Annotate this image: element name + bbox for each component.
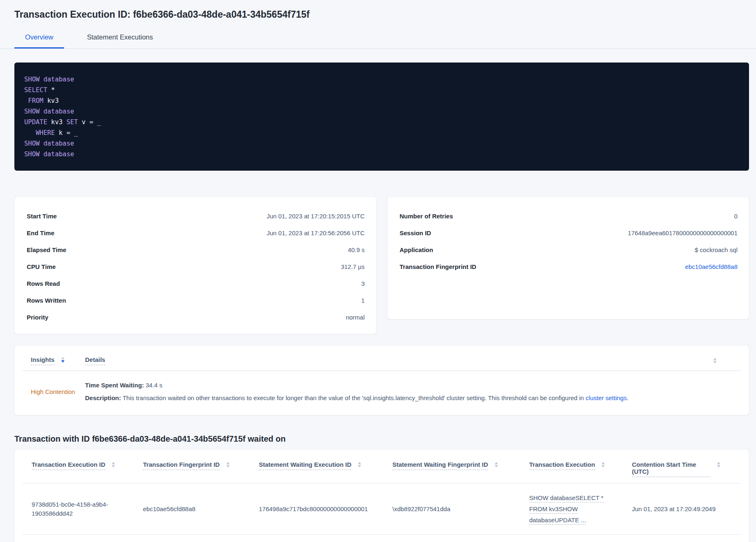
sql-line: SHOW database <box>24 149 739 160</box>
insights-table-header: Insights Details <box>14 345 749 371</box>
insights-card: Insights Details High Contention Time Sp… <box>14 345 749 415</box>
kv-value: 312.7 µs <box>341 263 365 270</box>
sort-icon[interactable] <box>717 461 720 468</box>
transaction-execution-snippet[interactable]: databaseUPDATE ... <box>529 516 620 525</box>
kv-row-rows-written: Rows Written 1 <box>27 292 365 309</box>
column-header-contention-start-time: Contention Start Time (UTC) <box>632 461 732 477</box>
kv-row-cpu-time: CPU Time 312.7 µs <box>27 258 365 275</box>
tab-bar: Overview Statement Executions <box>0 33 756 49</box>
insight-details: Time Spent Waiting: 34.4 s Description: … <box>85 381 733 403</box>
kv-value: 3 <box>361 280 364 287</box>
sql-statements-box: SHOW database SELECT * FROM kv3 SHOW dat… <box>14 63 749 171</box>
kv-label: Elapsed Time <box>27 246 66 253</box>
sort-icon[interactable] <box>226 461 230 468</box>
kv-label: End Time <box>27 229 54 236</box>
sort-icon[interactable] <box>112 461 115 468</box>
kv-value: normal <box>346 314 365 321</box>
cell-contention-start-time: Jun 01, 2023 at 17:20:49:2049 <box>632 505 732 514</box>
kv-value: 0 <box>734 213 738 220</box>
transaction-execution-snippet[interactable]: FROM kv3SHOW <box>529 505 620 514</box>
sort-icon[interactable] <box>358 461 361 468</box>
insights-header-label[interactable]: Insights <box>31 356 55 365</box>
kv-value: 17648a9eea6017800000000000000001 <box>628 229 738 236</box>
sql-keyword: WHERE <box>24 129 55 137</box>
kv-row-rows-read: Rows Read 3 <box>27 275 365 292</box>
sql-text: * <box>47 86 55 94</box>
description-period: . <box>627 394 628 401</box>
column-header-transaction-fingerprint-id: Transaction Fingerprint ID <box>143 461 259 477</box>
kv-row-elapsed-time: Elapsed Time 40.9 s <box>27 241 365 258</box>
sql-keyword: UPDATE <box>24 118 47 126</box>
column-header-label[interactable]: Statement Waiting Fingerprint ID <box>392 461 488 470</box>
details-header-label[interactable]: Details <box>85 356 105 365</box>
kv-label: CPU Time <box>27 263 56 270</box>
cell-transaction-fingerprint-id: ebc10ae56cfd88a8 <box>143 505 259 514</box>
sql-keyword: SHOW database <box>24 151 74 158</box>
sql-keyword: SET <box>67 118 78 126</box>
table-row: 9738d051-bc0e-4158-a9b4-1903586ddd42 ebc… <box>23 484 741 535</box>
kv-label: Start Time <box>27 213 57 220</box>
cell-transaction-execution: SHOW databaseSELECT * FROM kv3SHOW datab… <box>529 493 632 524</box>
kv-label: Session ID <box>400 229 431 236</box>
sort-icon[interactable] <box>495 461 498 468</box>
kv-row-priority: Priority normal <box>27 309 365 326</box>
summary-cards-row: Start Time Jun 01, 2023 at 17:20:15:2015… <box>14 197 749 334</box>
waited-on-heading: Transaction with ID f6be6366-da03-48de-a… <box>14 434 749 444</box>
sql-text: kv3 <box>44 97 59 104</box>
kv-label: Application <box>400 246 433 253</box>
insight-type-badge: High Contention <box>31 388 85 395</box>
kv-row-end-time: End Time Jun 01, 2023 at 17:20:56:2056 U… <box>27 225 365 241</box>
cell-transaction-execution-id: 9738d051-bc0e-4158-a9b4-1903586ddd42 <box>32 500 143 518</box>
sql-text: kv3 <box>47 118 67 126</box>
sql-keyword: SELECT <box>24 86 47 94</box>
transaction-execution-snippet[interactable]: SHOW databaseSELECT * <box>529 493 620 503</box>
sql-text: v = _ <box>78 118 101 126</box>
execution-times-card: Start Time Jun 01, 2023 at 17:20:15:2015… <box>14 197 376 334</box>
sort-icon[interactable] <box>713 357 717 364</box>
waiting-value: 34.4 s <box>144 382 162 389</box>
column-header-label[interactable]: Transaction Execution ID <box>32 461 105 470</box>
column-header-label[interactable]: Transaction Fingerprint ID <box>143 461 220 470</box>
sql-line: SHOW database <box>24 138 739 149</box>
kv-value: 40.9 s <box>348 246 365 253</box>
kv-row-start-time: Start Time Jun 01, 2023 at 17:20:15:2015… <box>27 208 365 225</box>
insight-row: High Contention Time Spent Waiting: 34.4… <box>14 371 749 415</box>
insight-description: Description: This transaction waited on … <box>85 394 733 403</box>
kv-value: 1 <box>361 297 364 304</box>
sql-line: SELECT * <box>24 85 739 95</box>
kv-label: Rows Read <box>27 280 60 287</box>
sql-line: FROM kv3 <box>24 95 739 106</box>
column-header-label[interactable]: Contention Start Time (UTC) <box>632 461 710 477</box>
sql-line: WHERE k = _ <box>24 127 739 138</box>
waiting-label: Time Spent Waiting: <box>85 382 144 389</box>
insights-column-header: Insights <box>31 356 85 365</box>
kv-label: Priority <box>27 314 48 321</box>
kv-row-session-id: Session ID 17648a9eea6017800000000000000… <box>400 225 738 241</box>
sort-icon[interactable] <box>602 461 605 468</box>
sql-keyword: FROM <box>24 97 44 104</box>
transaction-fingerprint-link[interactable]: ebc10ae56cfd88a8 <box>685 263 738 270</box>
sql-line: SHOW database <box>24 74 739 85</box>
tab-statement-executions[interactable]: Statement Executions <box>76 33 164 49</box>
sql-keyword: SHOW database <box>24 140 74 147</box>
cluster-settings-link[interactable]: cluster settings <box>585 394 627 401</box>
kv-value: Jun 01, 2023 at 17:20:56:2056 UTC <box>267 229 365 236</box>
sort-icon[interactable] <box>61 356 65 363</box>
kv-label: Rows Written <box>27 297 66 304</box>
sql-line: SHOW database <box>24 106 739 117</box>
column-header-label[interactable]: Transaction Execution <box>529 461 595 470</box>
sql-line: UPDATE kv3 SET v = _ <box>24 117 739 127</box>
kv-value: $ cockroach sql <box>695 246 738 253</box>
description-text: This transaction waited on other transac… <box>121 394 586 401</box>
cell-statement-waiting-fingerprint-id: \xdb8922f077541dda <box>392 505 529 514</box>
kv-row-application: Application $ cockroach sql <box>400 241 738 258</box>
column-header-label[interactable]: Statement Waiting Execution ID <box>259 461 351 470</box>
sql-text: k = _ <box>55 129 78 137</box>
waited-on-table: Transaction Execution ID Transaction Fin… <box>14 449 749 542</box>
kv-label: Transaction Fingerprint ID <box>400 263 477 270</box>
cell-statement-waiting-execution-id: 176498a9c717bdc80000000000000001 <box>259 505 392 514</box>
session-info-card: Number of Retries 0 Session ID 17648a9ee… <box>387 197 749 319</box>
kv-row-number-of-retries: Number of Retries 0 <box>400 208 738 225</box>
description-label: Description: <box>85 394 121 401</box>
tab-overview[interactable]: Overview <box>14 33 64 49</box>
